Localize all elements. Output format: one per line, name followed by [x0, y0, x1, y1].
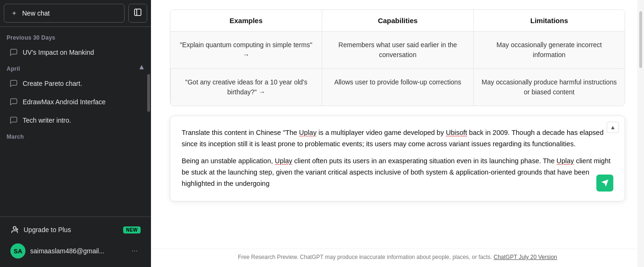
chat-icon-2	[9, 79, 18, 88]
footer-disclaimer: Free Research Preview. ChatGPT may produ…	[238, 254, 492, 260]
uplay-ref-2: Uplay	[275, 157, 293, 165]
sidebar-item-uv[interactable]: UV's Impact on Mankind	[3, 43, 148, 61]
svg-rect-0	[134, 9, 141, 16]
sidebar-item-techwriter[interactable]: Tech writer intro.	[3, 111, 148, 129]
sidebar: ＋ New chat ▲ Previous 30 Days UV's Impac…	[0, 0, 151, 267]
grid-cell-r2-c1[interactable]: "Got any creative ideas for a 10 year ol…	[170, 69, 322, 106]
collapse-arrow-bottom[interactable]: ▼	[136, 216, 147, 217]
col-header-capabilities: Capabilities	[322, 10, 473, 32]
sidebar-item-techwriter-label: Tech writer intro.	[23, 117, 71, 124]
send-icon	[601, 179, 609, 187]
main-scroll[interactable]: Examples Capabilities Limitations "Expla…	[151, 0, 644, 249]
ubisoft-ref: Ubisoft	[446, 129, 467, 136]
grid-cell-r2-c2: Allows user to provide follow-up correct…	[322, 69, 473, 106]
user-item[interactable]: SA saimaaslam486@gmail... ···	[4, 239, 147, 263]
user-email: saimaaslam486@gmail...	[30, 247, 124, 255]
footer-version-link[interactable]: ChatGPT July 20 Version	[493, 254, 557, 260]
section-label-march: March	[0, 130, 151, 142]
grid-cell-r1-c2: Remembers what user said earlier in the …	[322, 32, 473, 69]
user-menu-button[interactable]: ···	[129, 246, 141, 256]
col-header-examples: Examples	[170, 10, 322, 32]
sidebar-item-edrawmax[interactable]: EdrawMax Android Interface	[3, 93, 148, 111]
user-plus-icon	[10, 225, 19, 234]
chat-icon	[9, 48, 18, 57]
grid-cell-r2-c3: May occasionally produce harmful instruc…	[473, 69, 625, 106]
sidebar-bottom: Upgrade to Plus NEW SA saimaaslam486@gma…	[0, 217, 151, 267]
sidebar-item-edrawmax-label: EdrawMax Android Interface	[23, 98, 106, 106]
uplay-ref-1: Uplay	[299, 129, 317, 136]
new-chat-label: New chat	[22, 9, 50, 17]
popup-text-2: Being an unstable application, Uplay cli…	[182, 156, 613, 190]
scrollbar-thumb	[639, 11, 642, 68]
sidebar-toggle-button[interactable]	[128, 4, 147, 23]
chat-icon-3	[9, 98, 18, 106]
scroll-up-button[interactable]: ▲	[607, 122, 619, 133]
avatar: SA	[10, 243, 25, 259]
popup-text: Translate this content in Chinese "The U…	[182, 127, 613, 150]
sidebar-top: ＋ New chat	[0, 0, 151, 27]
text-popup: ▲ Translate this content in Chinese "The…	[170, 116, 625, 201]
col-header-limitations: Limitations	[473, 10, 625, 32]
sidebar-item-uv-label: UV's Impact on Mankind	[23, 49, 94, 56]
svg-point-2	[13, 226, 16, 229]
sidebar-scroll: ▲ Previous 30 Days UV's Impact on Mankin…	[0, 27, 151, 217]
sidebar-item-pareto[interactable]: Create Pareto chart.	[3, 75, 148, 92]
sidebar-item-pareto-label: Create Pareto chart.	[23, 80, 82, 87]
plus-icon: ＋	[11, 9, 17, 17]
grid-cell-r1-c3: May occasionally generate incorrect info…	[473, 32, 625, 69]
new-chat-button[interactable]: ＋ New chat	[4, 4, 125, 23]
chat-icon-4	[9, 116, 18, 125]
upgrade-label: Upgrade to Plus	[24, 226, 71, 234]
uplay-ref-3: Uplay	[557, 157, 574, 165]
collapse-arrow-top[interactable]: ▲	[136, 61, 147, 73]
grid-cell-r1-c1[interactable]: "Explain quantum computing in simple ter…	[170, 32, 322, 69]
layout-icon	[134, 8, 142, 17]
footer: Free Research Preview. ChatGPT may produ…	[151, 249, 644, 267]
section-label-previous: Previous 30 Days	[0, 31, 151, 43]
scrollbar-indicator	[147, 74, 150, 112]
info-grid: Examples Capabilities Limitations "Expla…	[170, 9, 625, 106]
main-content: Examples Capabilities Limitations "Expla…	[151, 0, 644, 267]
send-button[interactable]	[596, 175, 613, 192]
upgrade-button[interactable]: Upgrade to Plus NEW	[4, 221, 147, 239]
new-badge: NEW	[123, 226, 141, 234]
right-scrollbar[interactable]	[637, 0, 644, 267]
section-label-april: April	[0, 62, 151, 74]
